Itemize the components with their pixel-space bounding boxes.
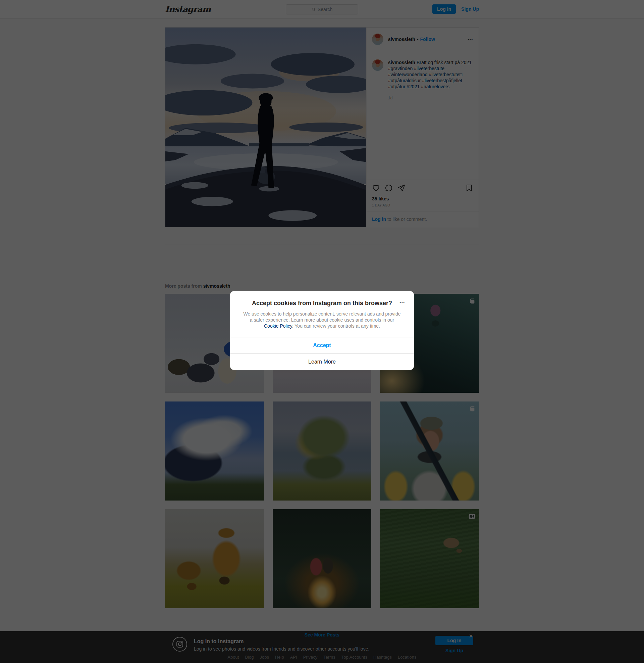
- dialog-options-icon[interactable]: •••: [399, 301, 405, 304]
- cookie-policy-link[interactable]: Cookie Policy: [264, 323, 292, 329]
- cookie-dialog-title: Accept cookies from Instagram on this br…: [230, 291, 414, 307]
- cookie-dialog: Accept cookies from Instagram on this br…: [230, 291, 414, 370]
- accept-cookies-button[interactable]: Accept: [230, 337, 414, 353]
- cookie-body-text-2: . You can review your controls at any ti…: [292, 323, 380, 329]
- cookie-dialog-body: We use cookies to help personalize conte…: [230, 307, 414, 337]
- cookie-body-text-1: We use cookies to help personalize conte…: [243, 311, 400, 323]
- learn-more-button[interactable]: Learn More: [230, 353, 414, 370]
